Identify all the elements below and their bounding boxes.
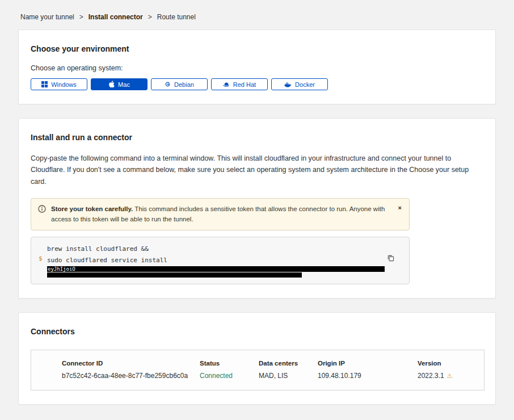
column-header-version: Version xyxy=(418,360,484,367)
command-line-install: sudo cloudflared service install xyxy=(47,255,386,266)
os-button-mac[interactable]: Mac xyxy=(91,78,148,90)
connectors-table: Connector ID Status Data centers Origin … xyxy=(31,350,484,390)
column-header-origin-ip: Origin IP xyxy=(318,360,418,367)
windows-icon xyxy=(41,81,48,87)
connectors-card: Connectors Connector ID Status Data cent… xyxy=(18,312,496,405)
copy-command-button[interactable] xyxy=(386,253,395,263)
install-description: Copy-paste the following command into a … xyxy=(31,153,483,187)
apple-icon xyxy=(108,81,115,88)
redacted-token-bar: eyJhIjoiO xyxy=(47,266,385,272)
command-line-brew: brew install cloudflared && xyxy=(47,243,386,255)
data-centers-cell: MAD, LIS xyxy=(259,372,318,380)
os-button-label: Debian xyxy=(174,81,194,88)
os-select-label: Choose an operating system: xyxy=(31,64,483,72)
install-command-block: brew install cloudflared && $ sudo cloud… xyxy=(31,237,410,284)
close-warning-button[interactable]: × xyxy=(396,204,404,212)
docker-icon xyxy=(284,82,292,87)
version-warning-icon: ⚠ xyxy=(447,373,453,379)
close-icon: × xyxy=(398,204,402,211)
status-badge: Connected xyxy=(200,372,259,380)
os-button-label: Windows xyxy=(51,81,77,88)
shell-prompt: $ xyxy=(39,255,43,262)
os-button-docker[interactable]: Docker xyxy=(271,78,328,90)
redacted-token-bar xyxy=(47,272,302,278)
install-card-title: Install and run a connector xyxy=(31,133,483,142)
warning-text: Store your token carefully. This command… xyxy=(51,204,392,225)
connectors-card-title: Connectors xyxy=(31,327,483,336)
breadcrumb-item-install-connector[interactable]: Install connector xyxy=(89,13,143,21)
breadcrumb-separator: > xyxy=(79,13,83,21)
warning-bold-text: Store your token carefully. xyxy=(51,205,133,212)
os-button-windows[interactable]: Windows xyxy=(31,78,87,90)
os-button-label: Mac xyxy=(118,81,130,88)
version-value: 2022.3.1 xyxy=(418,372,444,380)
column-header-connector-id: Connector ID xyxy=(62,360,200,367)
origin-ip-cell: 109.48.10.179 xyxy=(318,372,418,380)
version-cell: 2022.3.1 ⚠ xyxy=(418,372,484,380)
install-connector-card: Install and run a connector Copy-paste t… xyxy=(18,118,496,299)
column-header-status: Status xyxy=(200,360,259,367)
os-button-label: Red Hat xyxy=(233,81,256,88)
breadcrumb-separator: > xyxy=(148,13,152,21)
environment-card-title: Choose your environment xyxy=(31,44,483,53)
os-button-redhat[interactable]: Red Hat xyxy=(211,78,268,90)
column-header-data-centers: Data centers xyxy=(259,360,318,367)
redhat-icon xyxy=(223,82,230,87)
token-prefix: eyJhIjoiO xyxy=(48,266,75,272)
debian-icon xyxy=(165,81,171,87)
info-icon xyxy=(38,205,46,225)
os-button-group: Windows Mac Debian Red Hat Docker xyxy=(31,78,483,90)
token-warning-banner: Store your token carefully. This command… xyxy=(31,198,410,231)
os-button-debian[interactable]: Debian xyxy=(151,78,208,90)
connectors-table-header: Connector ID Status Data centers Origin … xyxy=(31,360,484,372)
table-row: b7c52c42-6caa-48ee-8c77-fbe259cb6c0a Con… xyxy=(31,372,484,380)
os-button-label: Docker xyxy=(295,81,315,88)
breadcrumb-item-route-tunnel[interactable]: Route tunnel xyxy=(157,13,196,21)
copy-icon xyxy=(387,255,394,263)
choose-environment-card: Choose your environment Choose an operat… xyxy=(18,30,496,104)
breadcrumb: Name your tunnel > Install connector > R… xyxy=(0,0,514,30)
breadcrumb-item-name-your-tunnel[interactable]: Name your tunnel xyxy=(20,13,74,21)
connector-id-cell: b7c52c42-6caa-48ee-8c77-fbe259cb6c0a xyxy=(62,372,200,380)
